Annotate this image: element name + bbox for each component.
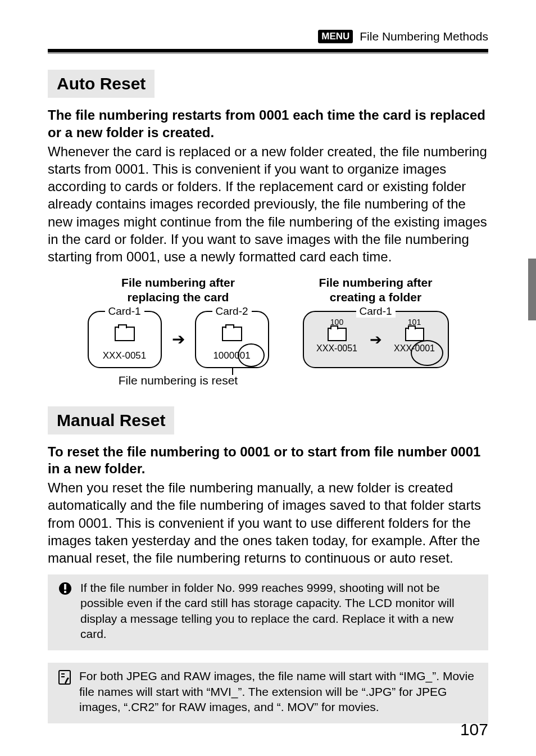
card-1-name: Card-1 [105, 305, 144, 318]
folder-icon [405, 328, 424, 341]
manual-reset-body: When you reset the file numbering manual… [48, 479, 488, 567]
diagram-left: File numbering after replacing the card … [88, 275, 269, 387]
cards-left: Card-1 XXX-0051 ➔ Card-2 1000001 [88, 311, 269, 368]
page-header: MENU File Numbering Methods [48, 0, 488, 43]
svg-rect-1 [64, 584, 66, 590]
folder-icon [328, 328, 347, 341]
header-rule [48, 49, 488, 54]
card-2-folder-num: 100 [213, 350, 229, 361]
diagram-left-title-l2: replacing the card [128, 291, 229, 304]
auto-reset-lead: The file numbering restarts from 0001 ea… [48, 107, 488, 141]
tick-mark [232, 368, 233, 375]
highlight-circle-icon [238, 343, 265, 367]
info-text: For both JPEG and RAW images, the file n… [79, 668, 478, 714]
card-2-name: Card-2 [212, 305, 251, 318]
svg-rect-2 [64, 591, 66, 593]
folder-a-value: XXX-0051 [312, 343, 362, 354]
warning-text: If the file number in folder No. 999 rea… [80, 580, 478, 641]
chapter-tab [528, 259, 536, 320]
page: MENU File Numbering Methods Auto Reset T… [0, 0, 536, 756]
diagram-left-caption: File numbering is reset [88, 374, 269, 387]
chapter-title: File Numbering Methods [360, 30, 488, 43]
diagram-right: File numbering after creating a folder C… [303, 275, 449, 387]
card-wide-name: Card-1 [356, 305, 395, 318]
heading-auto-reset: Auto Reset [48, 70, 155, 98]
info-icon [58, 668, 71, 714]
menu-badge: MENU [318, 30, 353, 43]
heading-manual-reset: Manual Reset [48, 406, 174, 434]
card-1-value: XXX-0051 [103, 350, 147, 361]
diagram-left-title-l1: File numbering after [121, 276, 235, 289]
arrow-icon: ➔ [172, 332, 185, 347]
card-2: Card-2 1000001 [195, 311, 269, 368]
arrow-icon: ➔ [370, 331, 382, 348]
auto-reset-body: Whenever the card is replaced or a new f… [48, 143, 488, 265]
diagram-right-title-l2: creating a folder [330, 291, 421, 304]
page-number: 107 [460, 720, 488, 739]
diagram-left-title: File numbering after replacing the card [88, 275, 269, 305]
diagram-row: File numbering after replacing the card … [48, 275, 488, 387]
card-wide: Card-1 100 XXX-0051 ➔ 101 XXX-0001 [303, 311, 449, 368]
warning-note: If the file number in folder No. 999 rea… [48, 574, 488, 650]
card-1: Card-1 XXX-0051 [88, 311, 162, 368]
manual-reset-lead: To reset the file numbering to 0001 or t… [48, 443, 488, 478]
diagram-right-title: File numbering after creating a folder [303, 275, 449, 305]
folder-group-a: 100 XXX-0051 [312, 318, 362, 354]
info-note: For both JPEG and RAW images, the file n… [48, 663, 488, 723]
diagram-right-title-l1: File numbering after [319, 276, 433, 289]
warning-icon [58, 580, 72, 641]
folder-icon [222, 327, 242, 341]
folder-icon [115, 327, 135, 341]
highlight-circle-icon [411, 340, 443, 366]
